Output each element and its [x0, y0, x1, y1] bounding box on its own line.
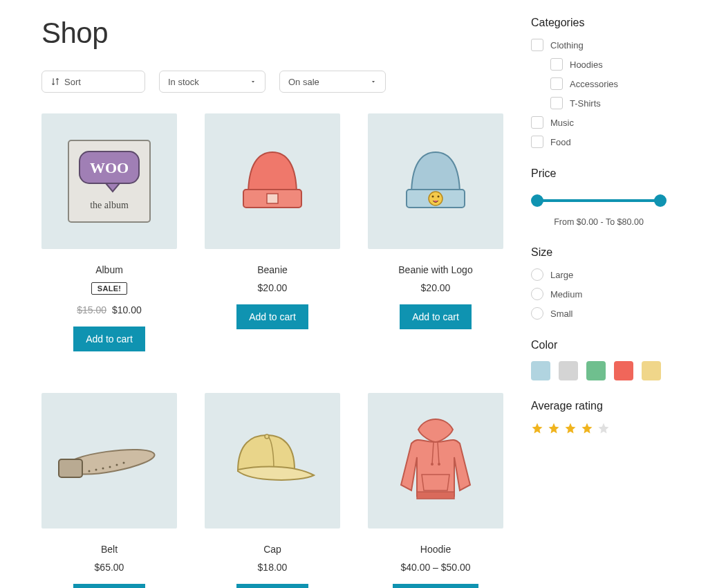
color-swatch[interactable] — [614, 361, 633, 380]
sidebar-title-price: Price — [531, 167, 667, 180]
checkbox-icon[interactable] — [550, 77, 563, 90]
sort-label: Sort — [64, 77, 81, 87]
svg-point-15 — [116, 464, 118, 466]
rating-stars[interactable] — [531, 422, 667, 434]
size-option[interactable]: Small — [531, 307, 667, 320]
radio-icon[interactable] — [531, 268, 543, 281]
product-name[interactable]: Cap — [263, 544, 281, 555]
product-price: $20.00 — [258, 282, 288, 293]
category-label: T-Shirts — [570, 98, 601, 109]
category-label: Hoodies — [570, 59, 603, 70]
product-name[interactable]: Album — [95, 264, 123, 275]
add-to-cart-button[interactable]: Add to cart — [73, 584, 145, 588]
svg-point-19 — [431, 463, 434, 466]
radio-icon[interactable] — [531, 288, 543, 300]
checkbox-icon[interactable] — [531, 39, 543, 51]
product-price: $20.00 — [421, 282, 451, 293]
svg-point-16 — [123, 462, 125, 464]
category-item[interactable]: Food — [531, 136, 667, 148]
filter-bar: Sort In stock On sale — [41, 71, 503, 93]
checkbox-icon[interactable] — [531, 116, 543, 129]
size-option[interactable]: Large — [531, 268, 667, 281]
svg-point-13 — [102, 468, 104, 470]
product-image[interactable] — [41, 393, 177, 529]
product-price: $15.00$10.00 — [77, 304, 142, 315]
checkbox-icon[interactable] — [550, 58, 563, 71]
product-grid: WOO the album Album SALE! $15.00$10.00 A… — [41, 113, 503, 588]
category-label: Clothing — [550, 40, 584, 50]
category-label: Food — [550, 137, 571, 147]
product-price: $40.00 – $50.00 — [400, 562, 470, 573]
product-name[interactable]: Beanie with Logo — [398, 264, 472, 275]
sidebar-rating: Average rating — [531, 400, 667, 434]
page-title: Shop — [41, 17, 503, 50]
product-image[interactable] — [368, 393, 503, 529]
size-label: Large — [550, 270, 573, 280]
svg-rect-18 — [417, 492, 454, 499]
category-item[interactable]: Clothing — [531, 39, 667, 51]
sort-button[interactable]: Sort — [41, 71, 145, 93]
size-option[interactable]: Medium — [531, 288, 667, 300]
svg-rect-5 — [267, 194, 278, 203]
slider-handle-max[interactable] — [654, 194, 667, 207]
filter-select-sale[interactable]: On sale — [279, 71, 386, 93]
category-item[interactable]: T-Shirts — [550, 97, 667, 109]
price-range-label: From $0.00 - To $80.00 — [531, 217, 667, 227]
size-label: Medium — [550, 289, 582, 300]
product-image[interactable]: WOO the album — [41, 113, 177, 249]
star-icon[interactable] — [597, 422, 610, 434]
chevron-down-icon — [370, 78, 377, 85]
size-label: Small — [550, 309, 573, 319]
filter-select-stock[interactable]: In stock — [159, 71, 266, 93]
svg-point-14 — [109, 466, 111, 468]
star-icon[interactable] — [548, 422, 560, 434]
color-swatch[interactable] — [642, 361, 661, 380]
product-card: Cap $18.00 Add to cart — [205, 393, 340, 588]
category-label: Accessories — [570, 79, 618, 89]
star-icon[interactable] — [564, 422, 577, 434]
category-item[interactable]: Hoodies — [550, 58, 667, 71]
add-to-cart-button[interactable]: Add to cart — [236, 304, 308, 329]
product-image[interactable] — [205, 113, 340, 249]
slider-handle-min[interactable] — [531, 194, 543, 207]
product-name[interactable]: Beanie — [257, 264, 288, 275]
star-icon[interactable] — [581, 422, 593, 434]
checkbox-icon[interactable] — [531, 136, 543, 148]
svg-point-9 — [438, 196, 440, 198]
color-swatch[interactable] — [559, 361, 578, 380]
svg-point-8 — [432, 196, 434, 198]
filter-select-label: On sale — [288, 77, 319, 87]
svg-point-11 — [88, 470, 91, 472]
add-to-cart-button[interactable]: Add to cart — [236, 584, 308, 588]
sale-badge: SALE! — [91, 282, 128, 295]
product-card: Belt $65.00 Add to cart — [41, 393, 177, 588]
product-name[interactable]: Belt — [101, 544, 118, 555]
sidebar-size: Size LargeMediumSmall — [531, 246, 667, 320]
sidebar-categories: Categories ClothingHoodiesAccessoriesT-S… — [531, 17, 667, 148]
price-slider[interactable] — [531, 190, 667, 217]
radio-icon[interactable] — [531, 307, 543, 320]
product-image[interactable] — [368, 113, 503, 249]
slider-track — [534, 199, 664, 202]
add-to-cart-button[interactable]: Select options — [393, 584, 478, 588]
category-item[interactable]: Music — [531, 116, 667, 129]
chevron-down-icon — [250, 78, 257, 85]
svg-text:the   album: the album — [90, 200, 129, 210]
star-icon[interactable] — [531, 422, 543, 434]
category-item[interactable]: Accessories — [550, 77, 667, 90]
category-label: Music — [550, 118, 574, 128]
product-old-price: $15.00 — [77, 304, 106, 315]
color-swatch[interactable] — [586, 361, 606, 380]
filter-select-label: In stock — [168, 77, 199, 87]
add-to-cart-button[interactable]: Add to cart — [400, 304, 472, 329]
product-name[interactable]: Hoodie — [420, 544, 451, 555]
color-swatch[interactable] — [531, 361, 550, 380]
sidebar-title-size: Size — [531, 246, 667, 259]
add-to-cart-button[interactable]: Add to cart — [73, 327, 145, 351]
product-image[interactable] — [205, 393, 340, 529]
sidebar: Categories ClothingHoodiesAccessoriesT-S… — [531, 17, 667, 588]
sidebar-title-categories: Categories — [531, 17, 667, 29]
sidebar-price: Price From $0.00 - To $80.00 — [531, 167, 667, 227]
svg-point-7 — [429, 192, 442, 205]
checkbox-icon[interactable] — [550, 97, 563, 109]
